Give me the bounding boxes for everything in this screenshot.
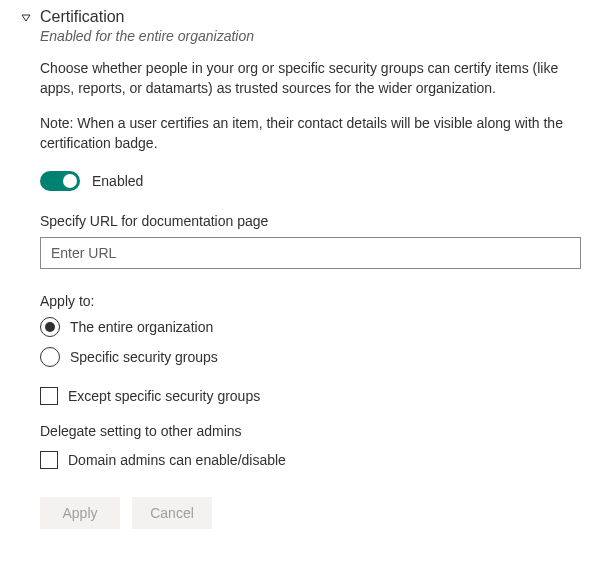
section-description: Choose whether people in your org or spe… xyxy=(40,58,581,99)
domain-admins-label: Domain admins can enable/disable xyxy=(68,452,286,468)
documentation-url-input[interactable] xyxy=(40,237,581,269)
except-groups-option[interactable]: Except specific security groups xyxy=(40,387,581,405)
apply-button[interactable]: Apply xyxy=(40,497,120,529)
section-note: Note: When a user certifies an item, the… xyxy=(40,113,581,154)
apply-to-entire-org-option[interactable]: The entire organization xyxy=(40,317,581,337)
section-subtitle: Enabled for the entire organization xyxy=(40,28,581,44)
radio-icon xyxy=(40,317,60,337)
cancel-button[interactable]: Cancel xyxy=(132,497,212,529)
apply-to-label: Apply to: xyxy=(40,293,581,309)
certification-settings-panel: Certification Enabled for the entire org… xyxy=(0,0,601,549)
enabled-toggle[interactable] xyxy=(40,171,80,191)
enabled-toggle-label: Enabled xyxy=(92,173,143,189)
apply-to-specific-groups-option[interactable]: Specific security groups xyxy=(40,347,581,367)
apply-to-entire-org-label: The entire organization xyxy=(70,319,213,335)
apply-to-specific-groups-label: Specific security groups xyxy=(70,349,218,365)
url-field-label: Specify URL for documentation page xyxy=(40,213,581,229)
radio-icon xyxy=(40,347,60,367)
collapse-icon[interactable] xyxy=(20,8,32,24)
domain-admins-option[interactable]: Domain admins can enable/disable xyxy=(40,451,581,469)
section-header: Certification Enabled for the entire org… xyxy=(20,8,581,58)
checkbox-icon xyxy=(40,387,58,405)
delegate-section-label: Delegate setting to other admins xyxy=(40,423,581,439)
except-groups-label: Except specific security groups xyxy=(68,388,260,404)
toggle-knob xyxy=(63,174,77,188)
section-title: Certification xyxy=(40,8,581,26)
checkbox-icon xyxy=(40,451,58,469)
